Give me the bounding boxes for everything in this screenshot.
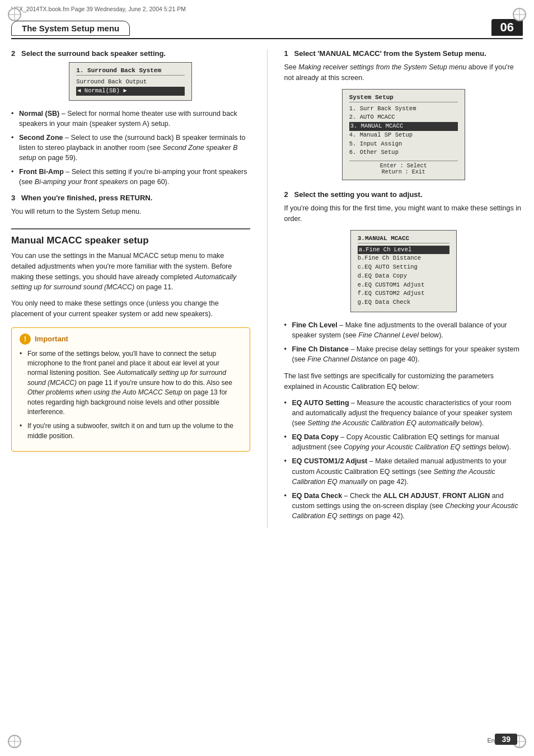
lcd1-selected-row: ◄ Normal(SB) ► [76,87,185,96]
surround-bullet-list: Normal (SB) – Select for normal home the… [11,109,250,187]
page-number: 39 [495,734,517,745]
step3-body: You will return to the System Setup menu… [11,206,250,217]
bullet-fine-ch-level: Fine Ch Level – Make fine adjustments to… [284,320,523,340]
eq-data-copy-term: EQ Data Copy [292,433,339,441]
important-item-2: If you're using a subwoofer, switch it o… [20,421,242,441]
fine-ch-level-term: Fine Ch Level [292,321,338,329]
fine-ch-distance-term: Fine Ch Distance [292,345,349,353]
chapter-number: 06 [491,19,523,36]
corner-decoration-tr [513,8,526,21]
page-lang: En [488,737,495,744]
lcd2-title: System Setup [349,94,458,102]
manual-mcacc-body2: You only need to make these settings onc… [11,298,250,320]
important-list: For some of the settings below, you'll h… [20,349,242,442]
important-label: Important [35,335,68,343]
column-divider [267,49,268,528]
bullet-term-normal-sb: Normal (SB) [19,110,59,118]
bullet-term-second-zone: Second Zone [19,134,63,142]
eq-auto-term: EQ AUTO Setting [292,399,349,407]
lcd1-title: 1. Surround Back System [76,67,185,76]
page-header: The System Setup menu 06 [11,19,523,39]
important-header: ! Important [20,334,242,345]
eq-custom-adjust-term: EQ CUSTOM1/2 Adjust [292,457,368,465]
main-content: 2 Select the surround back speaker setti… [11,39,523,528]
lcd2-row-1: 2. AUTO MCACC [349,113,458,122]
manual-mcacc-title: Manual MCACC speaker setup [11,228,250,246]
mcacc-main-bullet-list: Fine Ch Level – Make fine adjustments to… [284,320,523,365]
bullet-normal-sb: Normal (SB) – Select for normal home the… [11,109,250,129]
step2-surround-heading: 2 Select the surround back speaker setti… [11,49,250,58]
warning-icon: ! [20,334,31,345]
lcd2-row-5: 6. Other Setup [349,148,458,157]
right-column: 1 Select 'MANUAL MCACC' from the System … [284,49,523,528]
lcd3-row-1: b.Fine Ch Distance [358,254,449,263]
step1-manual-mcacc-heading: 1 Select 'MANUAL MCACC' from the System … [284,49,523,58]
step2-adjust-heading: 2 Select the setting you want to adjust. [284,190,523,199]
last-five-intro: The last five settings are specifically … [284,371,523,392]
bullet-eq-custom-adjust: EQ CUSTOM1/2 Adjust – Make detailed manu… [284,456,523,486]
lcd2-row-0: 1. Surr Back System [349,105,458,114]
step2-body: If you're doing this for the first time,… [284,203,523,224]
important-item-1: For some of the settings below, you'll h… [20,349,242,417]
lcd3-row-5: f.EQ CUSTOM2 Adjust [358,289,449,298]
left-column: 2 Select the surround back speaker setti… [11,49,250,528]
bullet-eq-data-check: EQ Data Check – Check the ALL CH ADJUST,… [284,491,523,521]
lcd-screen-surround: 1. Surround Back System Surround Back Ou… [69,62,192,101]
lcd-screen-manual-mcacc: 3.MANUAL MCACC a.Fine Ch Level b.Fine Ch… [350,230,457,312]
lcd3-row-2: c.EQ AUTO Setting [358,263,449,272]
lcd3-row-6: g.EQ Data Check [358,298,449,307]
bullet-front-biamp: Front Bi-Amp – Select this setting if yo… [11,167,250,187]
corner-decoration-bl [8,735,21,748]
eq-data-check-term: EQ Data Check [292,492,343,500]
lcd1-subtitle: Surround Back Output [76,78,185,87]
eq-bullet-list: EQ AUTO Setting – Measure the acoustic c… [284,398,523,521]
lcd3-row-4: e.EQ CUSTOM1 Adjust [358,281,449,290]
header-title: The System Setup menu [11,21,130,36]
important-box: ! Important For some of the settings bel… [11,327,250,452]
bullet-second-zone: Second Zone – Select to use the (surroun… [11,133,250,163]
lcd3-title: 3.MANUAL MCACC [358,235,449,243]
manual-mcacc-body1: You can use the settings in the Manual M… [11,251,250,293]
lcd2-row-4: 5. Input Assign [349,140,458,149]
bullet-eq-auto-setting: EQ AUTO Setting – Measure the acoustic c… [284,398,523,428]
bullet-term-front-biamp: Front Bi-Amp [19,168,64,176]
step3-heading: 3 When you're finished, press RETURN. [11,194,250,202]
bullet-eq-data-copy: EQ Data Copy – Copy Acoustic Calibration… [284,432,523,452]
lcd2-nav: Enter : SelectReturn : Exit [349,161,458,175]
file-info: VSX_2014TX.book.fm Page 39 Wednesday, Ju… [11,3,523,12]
step1-body: See Making receiver settings from the Sy… [284,62,523,83]
lcd3-row-0-selected: a.Fine Ch Level [358,246,449,255]
corner-decoration-tl [8,8,21,21]
lcd-screen-system-setup: System Setup 1. Surr Back System 2. AUTO… [342,89,465,181]
bullet-fine-ch-distance: Fine Ch Distance – Make precise delay se… [284,344,523,364]
lcd2-row-3: 4. Manual SP Setup [349,131,458,140]
lcd3-row-3: d.EQ Data Copy [358,272,449,281]
lcd2-row-2-selected: 3. MANUAL MCACC [349,122,458,131]
